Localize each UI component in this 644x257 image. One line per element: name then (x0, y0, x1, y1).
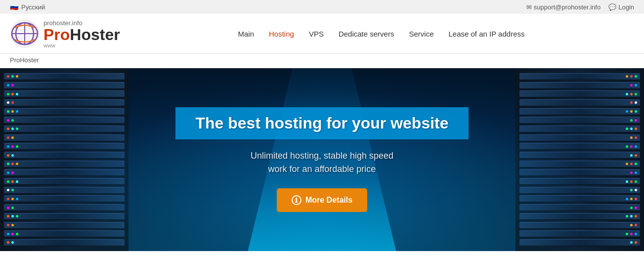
more-details-label: More Details (305, 196, 352, 205)
login-label: Login (618, 3, 634, 11)
email-icon: ✉ (526, 3, 532, 11)
nav-hosting[interactable]: Hosting (269, 30, 294, 38)
header: prohoster.info ProHoster www Main Hostin… (0, 14, 644, 54)
hero-section: The best hosting for your website Unlimi… (0, 68, 644, 251)
breadcrumb-item[interactable]: ProHoster (10, 56, 39, 64)
flag-icon: 🇷🇺 (10, 3, 18, 11)
language-selector[interactable]: 🇷🇺 Русский (10, 3, 45, 11)
hero-content: The best hosting for your website Unlimi… (175, 107, 468, 212)
top-bar-actions: ✉ support@prohoster.info 💬 Login (526, 3, 634, 11)
brand-name: ProHoster (43, 27, 120, 43)
chat-icon: 💬 (608, 3, 616, 11)
nav-service[interactable]: Service (409, 30, 433, 38)
nav-ip-lease[interactable]: Lease of an IP address (448, 30, 524, 38)
breadcrumb: ProHoster (0, 54, 644, 68)
hero-subtitle: Unlimited hosting, stable high speedwork… (175, 149, 468, 176)
login-link[interactable]: 💬 Login (608, 3, 634, 11)
logo[interactable]: prohoster.info ProHoster www (10, 19, 129, 48)
main-nav: Main Hosting VPS Dedicate servers Servic… (129, 30, 634, 38)
nav-dedicate-servers[interactable]: Dedicate servers (339, 30, 394, 38)
top-bar: 🇷🇺 Русский ✉ support@prohoster.info 💬 Lo… (0, 0, 644, 14)
hero-title-banner: The best hosting for your website (175, 107, 468, 139)
more-details-button[interactable]: ℹ More Details (277, 188, 367, 212)
logo-text: prohoster.info ProHoster www (43, 19, 120, 48)
info-icon: ℹ (292, 195, 301, 205)
nav-main[interactable]: Main (238, 30, 255, 38)
www-label: www (43, 43, 120, 48)
hero-title: The best hosting for your website (195, 114, 448, 132)
support-email-link[interactable]: ✉ support@prohoster.info (526, 3, 601, 11)
language-label: Русский (21, 3, 45, 11)
support-email: support@prohoster.info (534, 3, 601, 11)
nav-vps[interactable]: VPS (309, 30, 324, 38)
logo-icon (10, 19, 40, 48)
